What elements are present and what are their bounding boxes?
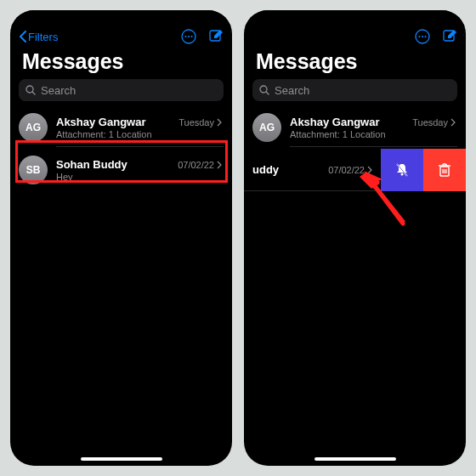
nav-bar (244, 27, 466, 46)
date-label: 07/02/22 (178, 160, 222, 170)
chevron-left-icon (19, 31, 26, 42)
bell-slash-icon (394, 162, 410, 178)
status-bar (244, 10, 466, 27)
svg-point-3 (191, 36, 193, 37)
page-title: Messages (10, 46, 232, 79)
swiped-conversation-row[interactable]: uddy 07/02/22 (244, 149, 466, 191)
contact-name-fragment: uddy (252, 163, 279, 176)
search-input[interactable]: Search (252, 79, 457, 101)
search-placeholder: Search (41, 84, 76, 97)
home-indicator[interactable] (314, 457, 396, 461)
nav-bar: Filters (10, 27, 232, 46)
avatar: AG (19, 113, 48, 142)
phone-screen-left: Filters Messages Search AG Akshay Gangwa… (10, 10, 232, 466)
svg-line-6 (32, 92, 35, 94)
svg-point-2 (188, 36, 190, 37)
compose-icon[interactable] (208, 29, 224, 44)
chevron-right-icon (367, 166, 372, 174)
contact-name: Sohan Buddy (56, 158, 128, 171)
message-preview: Hey (56, 172, 222, 182)
compose-icon[interactable] (442, 29, 457, 44)
contact-name: Akshay Gangwar (56, 116, 146, 128)
status-bar (10, 10, 232, 27)
date-label: Tuesday (412, 117, 456, 128)
message-preview: Attachment: 1 Location (56, 129, 222, 139)
svg-line-13 (266, 92, 269, 94)
avatar: SB (19, 156, 48, 184)
search-icon (26, 85, 36, 95)
chevron-right-icon (217, 118, 222, 127)
back-label: Filters (28, 31, 58, 43)
conversation-row[interactable]: AG Akshay Gangwar Tuesday Attachment: 1 … (244, 106, 466, 149)
page-title: Messages (244, 46, 466, 79)
conversation-list: AG Akshay Gangwar Tuesday Attachment: 1 … (244, 106, 466, 191)
conversation-row[interactable]: AG Akshay Gangwar Tuesday Attachment: 1 … (10, 106, 232, 149)
mute-button[interactable] (381, 149, 423, 191)
conversation-list: AG Akshay Gangwar Tuesday Attachment: 1 … (10, 106, 232, 191)
contact-name: Akshay Gangwar (290, 116, 380, 128)
search-input[interactable]: Search (19, 79, 224, 101)
avatar: AG (252, 113, 281, 142)
date-label: 07/02/22 (328, 165, 372, 175)
svg-point-10 (425, 36, 427, 37)
date-label: Tuesday (178, 117, 222, 128)
svg-point-8 (419, 36, 421, 37)
more-icon[interactable] (415, 29, 430, 44)
chevron-right-icon (217, 161, 222, 169)
conversation-row[interactable]: SB Sohan Buddy 07/02/22 Hey (10, 149, 232, 191)
delete-button[interactable] (423, 149, 466, 191)
svg-point-9 (422, 36, 423, 37)
trash-icon (438, 162, 451, 178)
back-button[interactable]: Filters (19, 31, 58, 43)
message-preview: Attachment: 1 Location (290, 129, 456, 139)
home-indicator[interactable] (81, 457, 162, 461)
more-icon[interactable] (181, 29, 196, 44)
svg-point-14 (401, 173, 404, 176)
search-icon (259, 85, 269, 95)
svg-point-1 (185, 36, 187, 37)
search-placeholder: Search (275, 84, 309, 97)
chevron-right-icon (450, 118, 456, 127)
phone-screen-right: Messages Search AG Akshay Gangwar Tuesda… (244, 10, 466, 466)
